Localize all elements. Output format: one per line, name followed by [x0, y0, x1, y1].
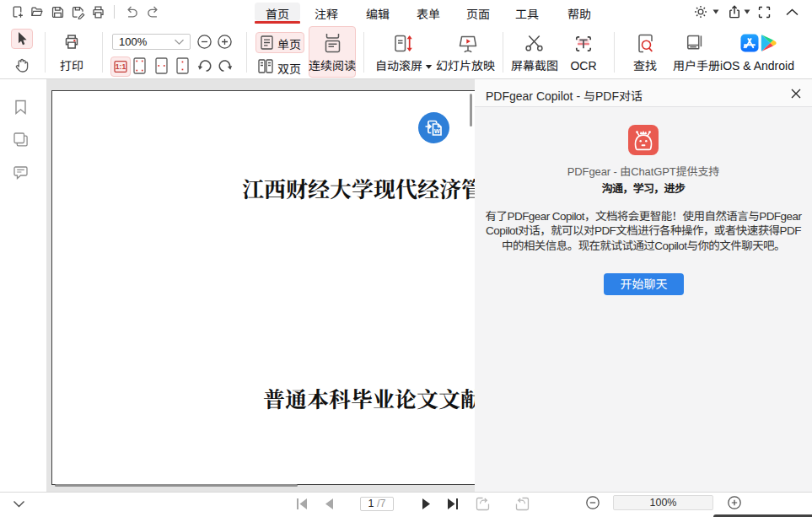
svg-text:1:1: 1:1 — [116, 62, 126, 71]
svg-text:w: w — [433, 127, 440, 135]
